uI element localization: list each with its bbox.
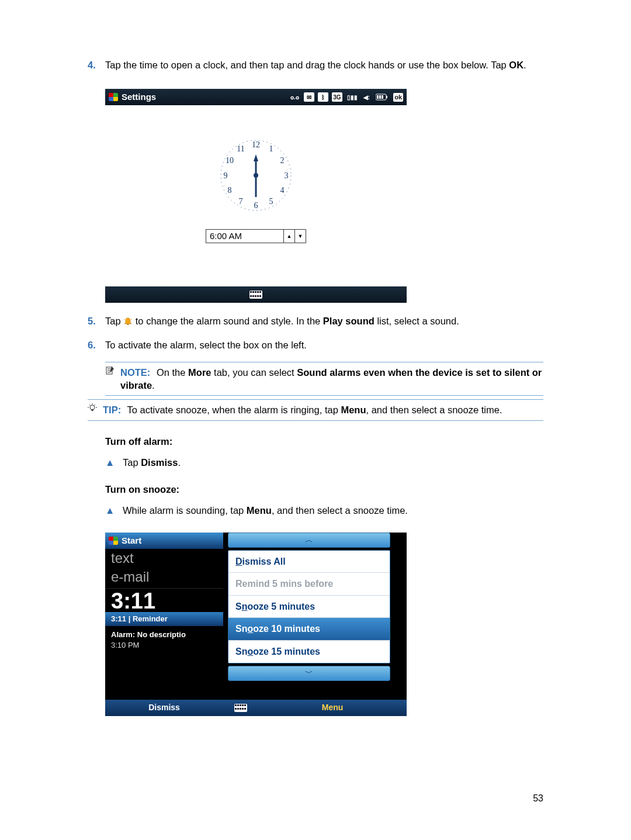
step-body: Tap to change the alarm sound and style.…: [105, 314, 543, 327]
softkey-bar: Dismiss Menu: [105, 700, 407, 716]
mail-icon: ✉: [304, 92, 314, 102]
text: To activate snooze, when the alarm is ri…: [127, 405, 341, 415]
snooze-menu: ︿ Dismiss All Remind 5 mins before Snooz…: [228, 533, 390, 700]
text: Tap Dismiss.: [123, 456, 181, 469]
menu-item-snooze-10[interactable]: Snooze 10 minutes: [228, 618, 390, 641]
svg-text:9: 9: [224, 171, 228, 180]
today-text-row[interactable]: text: [105, 549, 223, 568]
topbar-title: Settings: [122, 91, 156, 103]
screenshot-snooze-menu: Start text e-mail 3:11 3:11 | Reminder A…: [105, 533, 407, 716]
svg-rect-3: [379, 95, 381, 99]
step-5: 5. Tap to change the alarm sound and sty…: [88, 314, 543, 327]
step-number: 5.: [88, 314, 105, 327]
more-word: More: [188, 367, 211, 378]
menu-word: Menu: [247, 505, 272, 516]
time-spin-up[interactable]: ▲: [284, 230, 294, 243]
svg-text:12: 12: [252, 140, 260, 149]
tip-icon: [88, 403, 103, 416]
svg-text:2: 2: [280, 156, 285, 165]
svg-text:1: 1: [269, 144, 273, 153]
svg-text:10: 10: [226, 156, 234, 165]
step-4: 4. Tap the time to open a clock, and the…: [88, 58, 543, 71]
svg-text:11: 11: [237, 144, 244, 153]
callout-row: NOTE: On the More tab, you can select So…: [105, 365, 543, 393]
step-number: 6.: [88, 338, 105, 351]
menu-scroll-down[interactable]: ﹀: [228, 666, 390, 681]
step-6: 6. To activate the alarm, select the box…: [88, 338, 543, 351]
start-label: Start: [122, 535, 141, 547]
page: 4. Tap the time to open a clock, and the…: [0, 0, 631, 840]
threeg-icon: 3G: [332, 92, 342, 102]
svg-point-29: [90, 405, 95, 410]
softkey-dismiss[interactable]: Dismiss: [105, 702, 223, 713]
svg-line-35: [95, 405, 96, 406]
svg-point-21: [254, 173, 258, 178]
callout-row: TIP: To activate snooze, when the alarm …: [88, 402, 543, 417]
reminder-bar: 3:11 | Reminder: [105, 612, 223, 626]
keyboard-icon[interactable]: [249, 291, 262, 299]
menu-scroll-up[interactable]: ︿: [228, 533, 390, 548]
bell-icon: [123, 317, 133, 326]
start-topbar[interactable]: Start: [105, 533, 223, 549]
menu-item-snooze-5[interactable]: Snooze 5 minutes: [228, 596, 390, 618]
note-label: NOTE:: [120, 367, 150, 378]
note-icon: [105, 366, 120, 378]
svg-rect-2: [377, 95, 379, 99]
alarm-time: 3:10 PM: [105, 640, 223, 656]
rule: [88, 399, 543, 400]
text: .: [523, 60, 526, 70]
time-value[interactable]: 6:00 AM: [206, 230, 284, 243]
tip-label: TIP:: [103, 405, 121, 415]
rule: [88, 420, 543, 421]
softkey-menu[interactable]: Menu: [258, 702, 407, 713]
time-spin-down[interactable]: ▼: [294, 230, 306, 243]
text: Tap: [105, 316, 123, 326]
menu-item-remind-5: Remind 5 mins before: [228, 573, 390, 596]
windows-flag-icon: [109, 93, 118, 101]
battery-icon: [375, 92, 390, 102]
right-pane: ︿ Dismiss All Remind 5 mins before Snooz…: [223, 533, 407, 700]
svg-text:4: 4: [280, 186, 285, 195]
text: On the: [157, 367, 188, 378]
svg-rect-1: [386, 96, 387, 98]
triangle-bullet-icon: ▲: [105, 456, 123, 469]
time-box: 6:00 AM ▲ ▼: [206, 229, 306, 243]
svg-line-34: [89, 405, 91, 406]
svg-rect-22: [127, 324, 129, 325]
text: to change the alarm sound and style. In …: [136, 316, 323, 326]
page-number: 53: [533, 792, 543, 805]
today-email-row[interactable]: e-mail: [105, 568, 223, 589]
dismiss-word: Dismiss: [141, 457, 178, 468]
today-time[interactable]: 3:11: [105, 589, 223, 612]
note-body: NOTE: On the More tab, you can select So…: [120, 366, 543, 392]
menu-item-dismiss-all[interactable]: Dismiss All: [228, 551, 390, 573]
rule: [105, 395, 543, 396]
sound-icon: ◀:: [362, 92, 371, 102]
text: list, select a sound.: [375, 316, 459, 326]
left-pane: Start text e-mail 3:11 3:11 | Reminder A…: [105, 533, 223, 700]
keyboard-icon: [234, 704, 247, 712]
svg-marker-20: [254, 154, 258, 161]
settings-topbar: Settings ᴏ.ᴏ ✉ ᛒ 3G ▯▮▮ ◀: ok: [105, 89, 407, 105]
clock-area: 12 1 2 3 4 5 6 7 8 9 10 11: [105, 105, 407, 286]
alarm-title: Alarm: No descriptio: [105, 626, 223, 640]
screenshot-settings-clock: Settings ᴏ.ᴏ ✉ ᛒ 3G ▯▮▮ ◀: ok 12 1: [105, 89, 407, 303]
windows-flag-icon: [109, 537, 118, 545]
svg-text:7: 7: [239, 197, 243, 206]
rule: [105, 362, 543, 362]
ok-button[interactable]: ok: [393, 93, 403, 102]
tip-body: TIP: To activate snooze, when the alarm …: [103, 403, 502, 416]
text: tab, you can select: [211, 367, 297, 378]
svg-line-23: [124, 319, 125, 320]
text: .: [152, 380, 155, 390]
clock-face[interactable]: 12 1 2 3 4 5 6 7 8 9 10 11: [216, 136, 296, 215]
turn-on-item: ▲ While alarm is sounding, tap Menu, and…: [105, 504, 543, 517]
turn-off-item: ▲ Tap Dismiss.: [105, 456, 543, 469]
softkey-keyboard[interactable]: [223, 704, 258, 712]
text: While alarm is sounding, tap Menu, and t…: [123, 504, 408, 517]
bluetooth-icon: ᛒ: [318, 92, 328, 102]
menu-word: Menu: [341, 405, 366, 415]
turn-on-snooze-heading: Turn on snooze:: [105, 483, 543, 496]
svg-text:3: 3: [285, 171, 289, 180]
menu-item-snooze-15[interactable]: Snooze 15 minutes: [228, 641, 390, 663]
